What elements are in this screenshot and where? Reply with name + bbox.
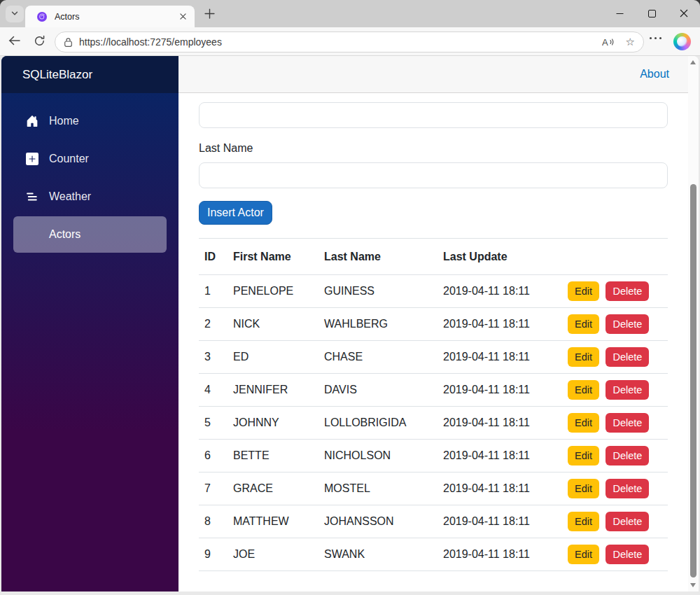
cell-last-name: SWANK [318,538,438,571]
app-brand: SQLiteBlazor [1,56,178,93]
cell-last-name: CHASE [318,341,438,374]
table-row: 6 BETTE NICHOLSON 2019-04-11 18:11 Edit … [199,440,668,472]
plus-square-icon [25,152,39,166]
cell-last-name: DAVIS [318,374,438,407]
header-first-name: First Name [227,239,318,275]
cell-actions: Edit Delete [562,275,668,308]
delete-button[interactable]: Delete [606,479,649,498]
sidebar: SQLiteBlazor Home Counter [1,56,178,592]
address-bar[interactable]: https://localhost:7275/employees A ☆ [55,31,644,52]
sidebar-item-label: Actors [49,228,80,241]
delete-button[interactable]: Delete [606,413,649,433]
cell-last-update: 2019-04-11 18:11 [438,308,562,341]
cell-actions: Edit Delete [562,538,668,571]
sidebar-item-actors[interactable]: Actors [13,216,167,253]
minimize-button[interactable] [603,0,636,27]
scroll-up-icon[interactable] [690,60,696,64]
cell-first-name: JENNIFER [227,374,318,407]
close-window-button[interactable] [668,0,700,27]
browser-tab-actors[interactable]: Actors [25,6,195,27]
read-aloud-icon[interactable]: A [602,37,615,48]
cell-last-update: 2019-04-11 18:11 [438,472,562,505]
cell-id: 8 [199,505,227,538]
edit-button[interactable]: Edit [568,512,599,531]
sidebar-item-label: Home [49,115,79,127]
edit-button[interactable]: Edit [568,413,599,433]
scroll-down-icon[interactable] [690,583,696,587]
cell-actions: Edit Delete [562,472,668,505]
table-row: 2 NICK WAHLBERG 2019-04-11 18:11 Edit De… [199,308,668,341]
tab-strip: Actors [0,0,700,27]
first-name-input[interactable] [199,102,668,128]
delete-button[interactable]: Delete [606,281,649,301]
refresh-button[interactable] [31,34,48,50]
edit-button[interactable]: Edit [568,446,599,465]
header-last-update: Last Update [438,239,562,275]
cell-first-name: GRACE [227,472,318,505]
cell-first-name: BETTE [227,440,318,472]
new-tab-button[interactable] [202,8,216,22]
delete-button[interactable]: Delete [606,446,649,465]
sidebar-nav: Home Counter Weather [1,93,178,253]
copilot-icon[interactable] [673,33,691,50]
back-button[interactable] [6,34,22,50]
cell-actions: Edit Delete [562,440,668,472]
scrollbar-thumb[interactable] [690,184,696,578]
tab-close-icon[interactable] [176,10,189,23]
cell-first-name: MATTHEW [227,505,318,538]
maximize-button[interactable] [636,0,668,27]
tab-search-button[interactable] [6,6,24,22]
url-text: https://localhost:7275/employees [79,36,591,48]
chevron-down-icon [10,8,19,20]
delete-button[interactable]: Delete [606,380,649,400]
sidebar-item-label: Weather [49,190,91,203]
edit-button[interactable]: Edit [568,281,599,301]
sidebar-item-counter[interactable]: Counter [13,141,167,177]
cell-id: 2 [199,308,227,341]
table-row: 9 JOE SWANK 2019-04-11 18:11 Edit Delete [199,538,668,571]
delete-button[interactable]: Delete [606,314,649,334]
header-actions [562,239,668,275]
browser-window: Actors [0,0,700,595]
table-header-row: ID First Name Last Name Last Update [199,239,668,275]
edit-button[interactable]: Edit [568,479,599,498]
settings-more-button[interactable] [650,37,662,39]
about-link[interactable]: About [640,68,669,80]
cell-last-update: 2019-04-11 18:11 [438,440,562,472]
delete-button[interactable]: Delete [606,512,649,531]
cell-id: 5 [199,407,227,440]
cell-last-name: WAHLBERG [318,308,438,341]
delete-button[interactable]: Delete [606,347,649,367]
edit-button[interactable]: Edit [568,314,599,334]
sidebar-item-home[interactable]: Home [13,103,167,139]
cell-first-name: JOE [227,538,318,571]
delete-button[interactable]: Delete [606,545,649,564]
table-row: 3 ED CHASE 2019-04-11 18:11 Edit Delete [199,341,668,374]
cell-last-name: LOLLOBRIGIDA [318,407,438,440]
cell-last-name: GUINESS [318,275,438,308]
more-dots-icon [650,37,652,39]
last-name-input[interactable] [199,162,668,188]
cell-first-name: JOHNNY [227,407,318,440]
cell-actions: Edit Delete [562,407,668,440]
cell-last-update: 2019-04-11 18:11 [438,505,562,538]
edit-button[interactable]: Edit [568,347,599,367]
edit-button[interactable]: Edit [568,380,599,400]
table-row: 1 PENELOPE GUINESS 2019-04-11 18:11 Edit… [199,275,668,308]
back-arrow-icon [8,35,21,49]
sidebar-item-label: Counter [49,153,89,165]
cell-actions: Edit Delete [562,505,668,538]
sidebar-item-weather[interactable]: Weather [13,178,167,215]
home-icon [25,114,39,128]
cell-id: 9 [199,538,227,571]
vertical-scrollbar[interactable] [688,56,699,592]
window-frame: SQLiteBlazor Home Counter [0,56,700,595]
top-row: About [178,56,688,93]
cell-last-name: JOHANSSON [318,505,438,538]
cell-actions: Edit Delete [562,308,668,341]
cell-id: 6 [199,440,227,472]
edit-button[interactable]: Edit [568,545,599,564]
list-icon [25,190,39,204]
favorites-star-icon[interactable]: ☆ [626,36,635,48]
insert-actor-button[interactable]: Insert Actor [199,201,272,225]
